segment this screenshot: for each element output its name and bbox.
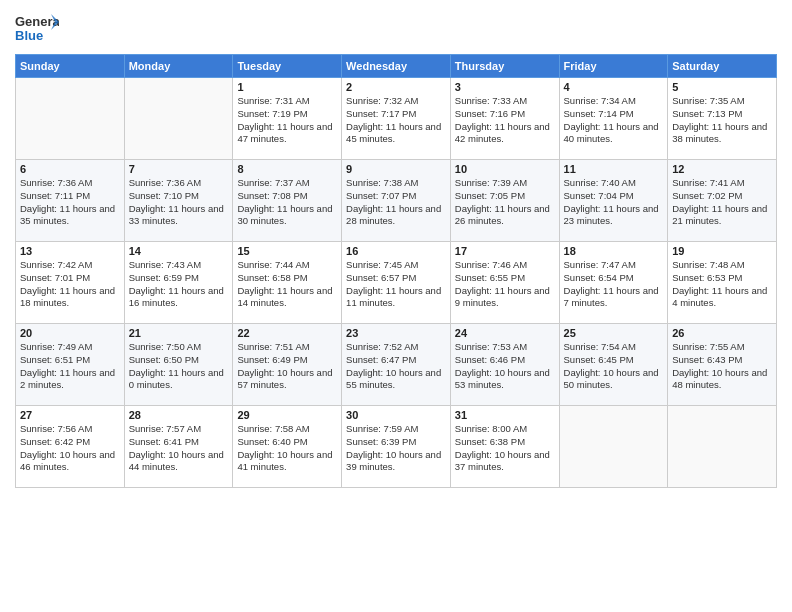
calendar-cell: 11Sunrise: 7:40 AM Sunset: 7:04 PM Dayli… [559,160,668,242]
calendar-cell: 19Sunrise: 7:48 AM Sunset: 6:53 PM Dayli… [668,242,777,324]
weekday-header-thursday: Thursday [450,55,559,78]
calendar-cell: 7Sunrise: 7:36 AM Sunset: 7:10 PM Daylig… [124,160,233,242]
svg-text:Blue: Blue [15,28,43,43]
calendar-cell: 17Sunrise: 7:46 AM Sunset: 6:55 PM Dayli… [450,242,559,324]
day-info: Sunrise: 7:33 AM Sunset: 7:16 PM Dayligh… [455,95,555,146]
day-number: 22 [237,327,337,339]
calendar-cell: 31Sunrise: 8:00 AM Sunset: 6:38 PM Dayli… [450,406,559,488]
day-info: Sunrise: 7:41 AM Sunset: 7:02 PM Dayligh… [672,177,772,228]
day-number: 26 [672,327,772,339]
day-info: Sunrise: 7:48 AM Sunset: 6:53 PM Dayligh… [672,259,772,310]
weekday-header-row: SundayMondayTuesdayWednesdayThursdayFrid… [16,55,777,78]
day-info: Sunrise: 7:47 AM Sunset: 6:54 PM Dayligh… [564,259,664,310]
day-info: Sunrise: 7:42 AM Sunset: 7:01 PM Dayligh… [20,259,120,310]
calendar-cell: 8Sunrise: 7:37 AM Sunset: 7:08 PM Daylig… [233,160,342,242]
calendar-cell: 22Sunrise: 7:51 AM Sunset: 6:49 PM Dayli… [233,324,342,406]
calendar-cell: 14Sunrise: 7:43 AM Sunset: 6:59 PM Dayli… [124,242,233,324]
day-number: 2 [346,81,446,93]
day-number: 19 [672,245,772,257]
day-info: Sunrise: 7:55 AM Sunset: 6:43 PM Dayligh… [672,341,772,392]
weekday-header-sunday: Sunday [16,55,125,78]
day-number: 12 [672,163,772,175]
day-info: Sunrise: 7:31 AM Sunset: 7:19 PM Dayligh… [237,95,337,146]
day-info: Sunrise: 7:58 AM Sunset: 6:40 PM Dayligh… [237,423,337,474]
day-number: 24 [455,327,555,339]
day-number: 25 [564,327,664,339]
calendar-cell: 12Sunrise: 7:41 AM Sunset: 7:02 PM Dayli… [668,160,777,242]
day-info: Sunrise: 7:57 AM Sunset: 6:41 PM Dayligh… [129,423,229,474]
week-row-3: 13Sunrise: 7:42 AM Sunset: 7:01 PM Dayli… [16,242,777,324]
calendar-cell: 5Sunrise: 7:35 AM Sunset: 7:13 PM Daylig… [668,78,777,160]
calendar-cell: 1Sunrise: 7:31 AM Sunset: 7:19 PM Daylig… [233,78,342,160]
day-info: Sunrise: 7:38 AM Sunset: 7:07 PM Dayligh… [346,177,446,228]
day-number: 17 [455,245,555,257]
day-number: 6 [20,163,120,175]
day-number: 9 [346,163,446,175]
day-info: Sunrise: 7:40 AM Sunset: 7:04 PM Dayligh… [564,177,664,228]
calendar-cell: 23Sunrise: 7:52 AM Sunset: 6:47 PM Dayli… [342,324,451,406]
week-row-5: 27Sunrise: 7:56 AM Sunset: 6:42 PM Dayli… [16,406,777,488]
calendar-cell: 6Sunrise: 7:36 AM Sunset: 7:11 PM Daylig… [16,160,125,242]
calendar-cell: 24Sunrise: 7:53 AM Sunset: 6:46 PM Dayli… [450,324,559,406]
calendar-cell: 18Sunrise: 7:47 AM Sunset: 6:54 PM Dayli… [559,242,668,324]
day-info: Sunrise: 7:59 AM Sunset: 6:39 PM Dayligh… [346,423,446,474]
day-number: 11 [564,163,664,175]
day-info: Sunrise: 7:45 AM Sunset: 6:57 PM Dayligh… [346,259,446,310]
day-number: 7 [129,163,229,175]
day-number: 18 [564,245,664,257]
header: General Blue [15,10,777,48]
week-row-2: 6Sunrise: 7:36 AM Sunset: 7:11 PM Daylig… [16,160,777,242]
calendar-cell: 29Sunrise: 7:58 AM Sunset: 6:40 PM Dayli… [233,406,342,488]
logo-icon: General Blue [15,10,59,48]
calendar-cell: 26Sunrise: 7:55 AM Sunset: 6:43 PM Dayli… [668,324,777,406]
day-number: 4 [564,81,664,93]
day-info: Sunrise: 7:49 AM Sunset: 6:51 PM Dayligh… [20,341,120,392]
calendar-cell: 13Sunrise: 7:42 AM Sunset: 7:01 PM Dayli… [16,242,125,324]
day-info: Sunrise: 7:53 AM Sunset: 6:46 PM Dayligh… [455,341,555,392]
day-number: 3 [455,81,555,93]
calendar-cell: 10Sunrise: 7:39 AM Sunset: 7:05 PM Dayli… [450,160,559,242]
page: General Blue SundayMondayTuesdayWednesda… [0,0,792,612]
calendar-cell [559,406,668,488]
week-row-1: 1Sunrise: 7:31 AM Sunset: 7:19 PM Daylig… [16,78,777,160]
calendar-cell: 4Sunrise: 7:34 AM Sunset: 7:14 PM Daylig… [559,78,668,160]
calendar-cell: 21Sunrise: 7:50 AM Sunset: 6:50 PM Dayli… [124,324,233,406]
day-number: 30 [346,409,446,421]
weekday-header-tuesday: Tuesday [233,55,342,78]
calendar-table: SundayMondayTuesdayWednesdayThursdayFrid… [15,54,777,488]
day-info: Sunrise: 7:52 AM Sunset: 6:47 PM Dayligh… [346,341,446,392]
weekday-header-wednesday: Wednesday [342,55,451,78]
day-number: 20 [20,327,120,339]
calendar-cell: 28Sunrise: 7:57 AM Sunset: 6:41 PM Dayli… [124,406,233,488]
day-number: 31 [455,409,555,421]
day-number: 28 [129,409,229,421]
day-number: 14 [129,245,229,257]
day-number: 27 [20,409,120,421]
day-info: Sunrise: 7:44 AM Sunset: 6:58 PM Dayligh… [237,259,337,310]
day-info: Sunrise: 7:37 AM Sunset: 7:08 PM Dayligh… [237,177,337,228]
day-info: Sunrise: 7:51 AM Sunset: 6:49 PM Dayligh… [237,341,337,392]
day-info: Sunrise: 7:46 AM Sunset: 6:55 PM Dayligh… [455,259,555,310]
day-info: Sunrise: 7:43 AM Sunset: 6:59 PM Dayligh… [129,259,229,310]
day-info: Sunrise: 7:54 AM Sunset: 6:45 PM Dayligh… [564,341,664,392]
weekday-header-saturday: Saturday [668,55,777,78]
day-number: 21 [129,327,229,339]
day-info: Sunrise: 8:00 AM Sunset: 6:38 PM Dayligh… [455,423,555,474]
day-number: 29 [237,409,337,421]
day-info: Sunrise: 7:36 AM Sunset: 7:10 PM Dayligh… [129,177,229,228]
calendar-cell: 15Sunrise: 7:44 AM Sunset: 6:58 PM Dayli… [233,242,342,324]
day-number: 8 [237,163,337,175]
calendar-cell: 30Sunrise: 7:59 AM Sunset: 6:39 PM Dayli… [342,406,451,488]
day-number: 1 [237,81,337,93]
day-number: 23 [346,327,446,339]
calendar-cell [16,78,125,160]
calendar-cell: 20Sunrise: 7:49 AM Sunset: 6:51 PM Dayli… [16,324,125,406]
calendar-cell: 2Sunrise: 7:32 AM Sunset: 7:17 PM Daylig… [342,78,451,160]
day-info: Sunrise: 7:34 AM Sunset: 7:14 PM Dayligh… [564,95,664,146]
calendar-cell: 3Sunrise: 7:33 AM Sunset: 7:16 PM Daylig… [450,78,559,160]
day-number: 15 [237,245,337,257]
day-number: 13 [20,245,120,257]
day-info: Sunrise: 7:32 AM Sunset: 7:17 PM Dayligh… [346,95,446,146]
calendar-cell: 25Sunrise: 7:54 AM Sunset: 6:45 PM Dayli… [559,324,668,406]
day-info: Sunrise: 7:35 AM Sunset: 7:13 PM Dayligh… [672,95,772,146]
